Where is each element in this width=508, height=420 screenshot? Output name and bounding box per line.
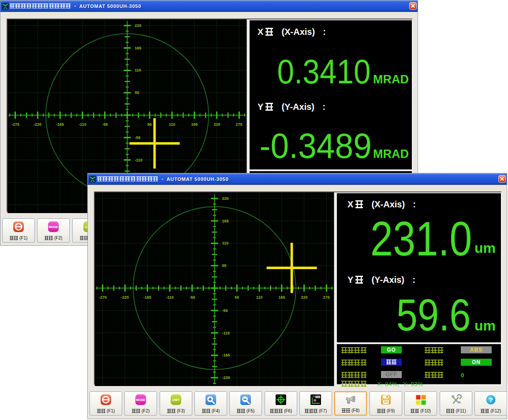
svg-text:-275: -275 — [11, 122, 19, 127]
svg-text:-55: -55 — [135, 135, 141, 140]
svg-text:-220: -220 — [222, 375, 230, 380]
svg-text:110: 110 — [169, 122, 176, 127]
svg-text:-110: -110 — [135, 158, 143, 162]
svg-text:-110: -110 — [222, 331, 230, 335]
svg-text:220: 220 — [135, 23, 142, 28]
svg-text:-110: -110 — [78, 122, 86, 127]
svg-text:165: 165 — [191, 122, 198, 127]
svg-text:-55: -55 — [222, 308, 228, 313]
svg-text:-220: -220 — [121, 295, 129, 300]
svg-text:xy: xy — [313, 395, 315, 398]
svg-text:165: 165 — [278, 295, 285, 300]
svg-text:ABS: ABS — [315, 396, 321, 398]
svg-text:-55: -55 — [102, 122, 108, 127]
svg-text:-275: -275 — [99, 295, 107, 300]
svg-text:275: 275 — [323, 295, 329, 300]
svg-text:-55: -55 — [189, 295, 195, 300]
svg-text:-110: -110 — [166, 295, 174, 300]
svg-text:MODE: MODE — [136, 398, 146, 401]
svg-text:-220: -220 — [34, 122, 41, 127]
svg-text:110: 110 — [256, 295, 263, 300]
svg-text:UNIT: UNIT — [172, 398, 180, 401]
svg-text:55: 55 — [147, 122, 152, 127]
svg-text:220: 220 — [222, 196, 229, 201]
svg-text:55: 55 — [135, 90, 139, 95]
svg-text:110: 110 — [222, 241, 229, 245]
svg-text:220: 220 — [213, 122, 220, 127]
svg-text:-165: -165 — [143, 295, 151, 300]
svg-text:165: 165 — [222, 219, 229, 223]
svg-text:-165: -165 — [56, 122, 64, 127]
svg-text:55: 55 — [222, 263, 227, 268]
svg-text:-165: -165 — [222, 353, 230, 357]
svg-text:55: 55 — [235, 295, 239, 300]
svg-text:165: 165 — [135, 46, 142, 50]
svg-text:275: 275 — [235, 122, 242, 127]
svg-text:?: ? — [489, 396, 493, 404]
svg-text:110: 110 — [135, 68, 142, 72]
svg-text:220: 220 — [301, 295, 307, 300]
svg-text:MODE: MODE — [49, 225, 58, 229]
